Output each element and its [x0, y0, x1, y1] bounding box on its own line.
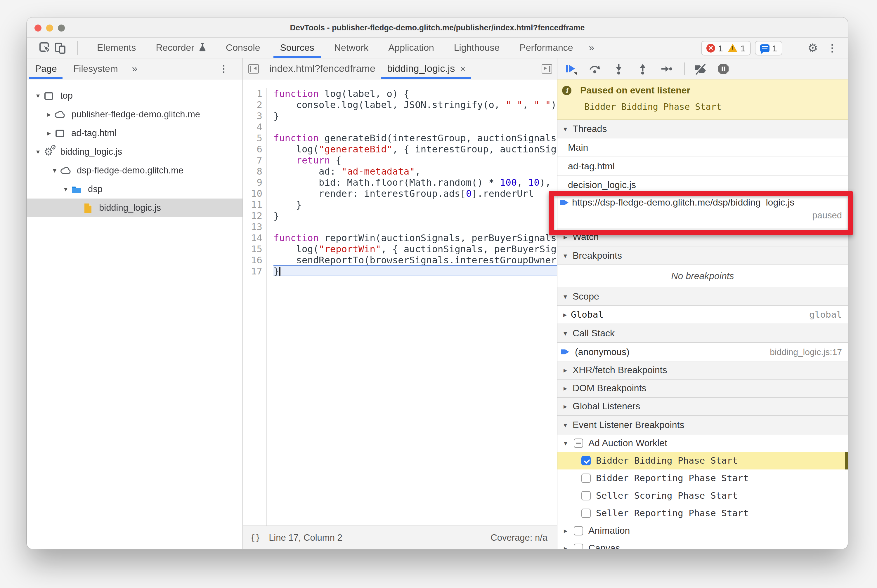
text-cursor — [279, 267, 280, 276]
pretty-print-icon[interactable]: {} — [243, 532, 269, 543]
event-breakpoint-bidder-bidding-phase-start[interactable]: Bidder Bidding Phase Start — [557, 452, 848, 470]
checkbox-unchecked[interactable] — [581, 491, 591, 500]
line-number[interactable]: 2 — [243, 99, 262, 110]
event-breakpoint-seller-reporting-phase-start[interactable]: Seller Reporting Phase Start — [557, 504, 848, 522]
section-header-dom-breakpoints[interactable]: ▸DOM Breakpoints — [557, 380, 848, 398]
zoom-window-button[interactable] — [58, 24, 65, 31]
inspect-element-icon[interactable] — [38, 41, 53, 55]
event-breakpoint-canvas[interactable]: ▸Canvas — [557, 540, 848, 549]
disclosure-expanded-icon[interactable]: ▾ — [562, 439, 569, 447]
scope-global-row[interactable]: ▸Globalglobal — [557, 306, 848, 324]
checkbox-unchecked[interactable] — [581, 508, 591, 518]
disclosure-collapsed-icon[interactable]: ▸ — [562, 544, 569, 549]
line-number[interactable]: 5 — [243, 132, 262, 144]
file-tree: ▾top▸publisher-fledge-demo.glitch.me▸ad-… — [27, 80, 242, 549]
step-over-icon[interactable] — [588, 63, 601, 75]
tab-sources[interactable]: Sources — [270, 38, 324, 58]
event-breakpoint-seller-scoring-phase-start[interactable]: Seller Scoring Phase Start — [557, 487, 848, 504]
disclosure-collapsed-icon[interactable]: ▸ — [562, 527, 569, 535]
sidebar-menu-icon[interactable]: ⋮ — [219, 63, 229, 74]
line-number[interactable]: 6 — [243, 144, 262, 155]
line-number[interactable]: 9 — [243, 177, 262, 188]
step-icon[interactable] — [660, 63, 673, 75]
line-number[interactable]: 11 — [243, 199, 262, 210]
line-number[interactable]: 17 — [243, 266, 262, 277]
settings-gear-icon[interactable]: ⚙ — [802, 41, 824, 55]
section-header-event-listener-breakpoints[interactable]: ▾Event Listener Breakpoints — [557, 416, 848, 434]
line-number[interactable]: 7 — [243, 155, 262, 166]
tree-item-bidding-logic-js[interactable]: ▾⚙bidding_logic.js — [27, 142, 242, 161]
more-sidebar-tabs-icon[interactable]: » — [126, 63, 143, 75]
disclosure-expanded-icon[interactable]: ▾ — [34, 148, 42, 156]
step-into-icon[interactable] — [612, 63, 625, 75]
tree-item-label: bidding_logic.js — [99, 202, 161, 213]
device-toolbar-icon[interactable] — [53, 41, 68, 55]
checkbox-unchecked[interactable] — [581, 474, 591, 483]
tree-item-bidding-logic-js[interactable]: bidding_logic.js — [27, 198, 242, 217]
disclosure-expanded-icon[interactable]: ▾ — [34, 92, 42, 100]
pause-on-exceptions-icon[interactable] — [717, 63, 730, 75]
disclosure-collapsed-icon[interactable]: ▸ — [45, 129, 53, 137]
section-header-threads[interactable]: ▾Threads — [557, 120, 848, 138]
toggle-debugger-icon[interactable] — [542, 64, 552, 73]
tab-lighthouse[interactable]: Lighthouse — [444, 38, 510, 58]
tree-item-publisher-fledge-demo-glitch-me[interactable]: ▸publisher-fledge-demo.glitch.me — [27, 105, 242, 124]
tab-application[interactable]: Application — [378, 38, 444, 58]
event-breakpoint-bidder-reporting-phase-start[interactable]: Bidder Reporting Phase Start — [557, 470, 848, 487]
line-number[interactable]: 15 — [243, 243, 262, 255]
thread-item-main[interactable]: Main — [557, 138, 848, 157]
tree-item-dsp[interactable]: ▾dsp — [27, 180, 242, 198]
tree-item-dsp-fledge-demo-glitch-me[interactable]: ▾dsp-fledge-demo.glitch.me — [27, 161, 242, 180]
toggle-navigator-icon[interactable] — [248, 64, 259, 73]
errors-warnings-badge[interactable]: ✕ 1 1 — [701, 40, 751, 55]
section-header-global-listeners[interactable]: ▸Global Listeners — [557, 398, 848, 416]
line-number[interactable]: 3 — [243, 110, 262, 122]
checkbox-indeterminate[interactable] — [574, 438, 583, 448]
tab-performance[interactable]: Performance — [510, 38, 583, 58]
editor-tab-bidding-logic-js[interactable]: bidding_logic.js× — [381, 58, 471, 79]
tab-filesystem[interactable]: Filesystem — [65, 58, 126, 79]
section-header-breakpoints[interactable]: ▾Breakpoints — [557, 246, 848, 265]
issues-badge[interactable]: 1 — [755, 40, 782, 55]
disclosure-collapsed-icon[interactable]: ▸ — [562, 310, 568, 319]
minimize-window-button[interactable] — [46, 24, 53, 31]
more-options-icon[interactable]: ⋮ — [824, 42, 841, 54]
line-number[interactable]: 16 — [243, 255, 262, 266]
section-header-xhr-fetch-breakpoints[interactable]: ▸XHR/fetch Breakpoints — [557, 362, 848, 380]
disclosure-expanded-icon[interactable]: ▾ — [62, 185, 70, 193]
debugger-panel: i Paused on event listener Bidder Biddin… — [557, 58, 848, 549]
tree-item-ad-tag-html[interactable]: ▸ad-tag.html — [27, 124, 242, 142]
checkbox-checked[interactable] — [581, 456, 591, 465]
section-header-scope[interactable]: ▾Scope — [557, 287, 848, 306]
code-editor[interactable]: 1234567891011121314151617 function log(l… — [243, 80, 557, 525]
line-number[interactable]: 1 — [243, 88, 262, 99]
line-number[interactable]: 10 — [243, 188, 262, 199]
line-number[interactable]: 14 — [243, 232, 262, 243]
tab-console[interactable]: Console — [216, 38, 270, 58]
line-number[interactable]: 8 — [243, 166, 262, 177]
close-tab-icon[interactable]: × — [460, 64, 465, 74]
tree-item-top[interactable]: ▾top — [27, 86, 242, 105]
tab-network[interactable]: Network — [324, 38, 378, 58]
tab-page[interactable]: Page — [27, 58, 65, 79]
checkbox-unchecked[interactable] — [574, 544, 583, 549]
event-breakpoint-ad-auction-worklet[interactable]: ▾Ad Auction Worklet — [557, 434, 848, 452]
checkbox-unchecked[interactable] — [574, 526, 583, 536]
line-number[interactable]: 4 — [243, 122, 262, 132]
step-out-icon[interactable] — [636, 63, 649, 75]
deactivate-breakpoints-icon[interactable] — [693, 63, 706, 75]
thread-item-ad-tag-html[interactable]: ad-tag.html — [557, 157, 848, 176]
section-header-call-stack[interactable]: ▾Call Stack — [557, 324, 848, 343]
tab-elements[interactable]: Elements — [87, 38, 146, 58]
editor-tab-index-html-fencedframe[interactable]: index.html?fencedframe — [263, 58, 381, 79]
tab-recorder[interactable]: Recorder — [146, 38, 216, 58]
call-stack-frame[interactable]: (anonymous)bidding_logic.js:17 — [557, 343, 848, 362]
event-breakpoint-animation[interactable]: ▸Animation — [557, 522, 848, 540]
line-number[interactable]: 13 — [243, 221, 262, 232]
disclosure-expanded-icon[interactable]: ▾ — [51, 166, 59, 175]
close-window-button[interactable] — [35, 24, 42, 31]
disclosure-collapsed-icon[interactable]: ▸ — [45, 110, 53, 118]
line-number[interactable]: 12 — [243, 210, 262, 221]
resume-script-icon[interactable] — [564, 63, 577, 75]
more-panels-icon[interactable]: » — [583, 42, 600, 54]
